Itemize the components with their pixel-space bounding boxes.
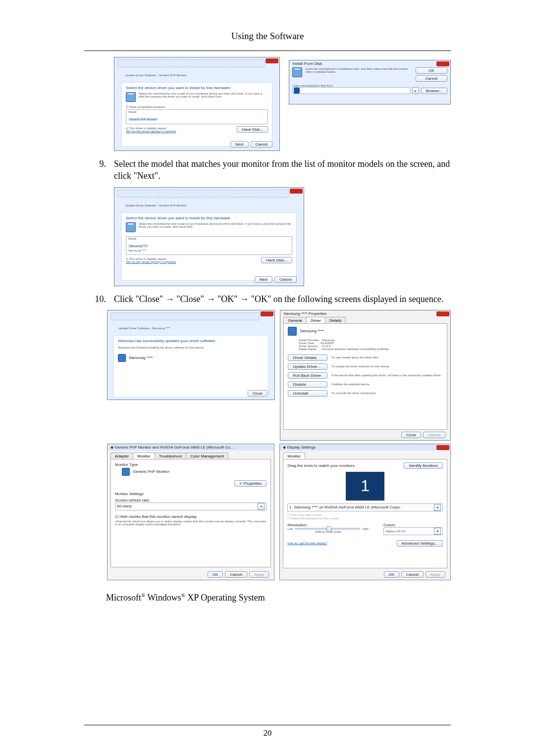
identify-monitors-button[interactable]: Identify Monitors (404, 462, 443, 469)
success-dialog: Update Driver Software - Samsung **** Wi… (107, 310, 275, 400)
tab-monitor[interactable]: Monitor (133, 453, 155, 459)
close-icon[interactable] (436, 311, 449, 316)
cancel-button[interactable]: Cancel (251, 141, 273, 148)
high-label: High (363, 527, 369, 530)
monitor-icon (288, 327, 297, 336)
advanced-settings-button[interactable]: Advanced Settings... (397, 540, 443, 547)
page-number: 20 (264, 728, 272, 738)
tab-adapter[interactable]: Adapter (110, 453, 133, 459)
show-compatible-checkbox-label[interactable]: ☑ Show compatible hardware (126, 105, 165, 108)
monitor-thumbnail[interactable]: 1 (346, 472, 384, 501)
description-text: Select the manufacturer and model of you… (139, 222, 292, 232)
monitor-select-value[interactable]: 1. Samsung **** on NVIDIA GeForce 6600 L… (289, 505, 400, 509)
close-icon[interactable] (436, 61, 449, 66)
model-column-header: Model (128, 237, 290, 240)
value: microsoft windows hardware compatibility… (321, 348, 389, 351)
cancel-button[interactable]: Cancel (274, 276, 297, 283)
subtext: Windows has finished installing the driv… (118, 346, 264, 349)
message: Insert the manufacturer's installation d… (305, 67, 413, 82)
model-row[interactable]: Samsung **** (128, 249, 290, 252)
page-header: Using the Software (84, 31, 451, 42)
close-icon[interactable] (261, 311, 273, 316)
next-button[interactable]: Next (230, 141, 248, 148)
signing-link[interactable]: Tell me why driver signing is important (126, 260, 176, 263)
ok-button[interactable]: OK (416, 67, 447, 74)
best-display-link[interactable]: How do I get the best display? (287, 542, 327, 545)
next-button[interactable]: Next (255, 276, 272, 283)
close-icon[interactable] (266, 58, 278, 63)
cancel-button[interactable]: Cancel (416, 75, 447, 82)
extend-desktop-checkbox: ☐ Extend the desktop onto this monitor (287, 516, 443, 520)
tab-details[interactable]: Details (325, 317, 346, 323)
section-label: Monitor Settings (115, 492, 267, 496)
refresh-rate-value[interactable]: 60 Hertz (117, 504, 132, 508)
have-disk-button[interactable]: Have Disk... (237, 126, 268, 133)
ok-button[interactable]: OK (208, 571, 223, 578)
colors-label: Colors: (383, 523, 443, 527)
step-text: Click "Close" → "Close" → "OK" → "OK" on… (114, 293, 451, 305)
disable-button[interactable]: Disable (288, 381, 327, 388)
footer-rule (84, 725, 451, 725)
device-name: Samsung **** (129, 355, 153, 360)
tab-general[interactable]: General (283, 317, 306, 323)
tab-color-management[interactable]: Color Management (186, 453, 228, 459)
dropdown-button[interactable]: ▾ (434, 528, 441, 535)
dropdown-button[interactable]: ▾ (258, 503, 265, 510)
cancel-button[interactable]: Cancel (401, 571, 424, 578)
browse-button[interactable]: Browse... (421, 88, 447, 94)
main-monitor-checkbox: ☑ This is my main monitor (287, 513, 443, 516)
tab-monitor[interactable]: Monitor (283, 453, 305, 459)
colors-value[interactable]: Highest (32 bit) (385, 530, 406, 533)
model-row[interactable]: Generic PnP Monitor (128, 118, 158, 121)
headline: Windows has successfully updated your dr… (118, 339, 264, 343)
tab-driver[interactable]: Driver (306, 317, 325, 323)
apply-button: Apply (249, 571, 269, 578)
close-icon[interactable] (436, 445, 449, 450)
description: To view details about the driver files. (331, 356, 443, 359)
hide-modes-checkbox[interactable]: ☑ Hide modes that this monitor cannot di… (115, 514, 267, 519)
driver-wizard-dialog: Update Driver Software - Generic PnP Mon… (114, 57, 280, 151)
cancel-button: Cancel (423, 432, 445, 438)
step-number: 9. (84, 158, 114, 182)
headline: Select the device driver you want to ins… (126, 216, 292, 220)
dropdown-button[interactable]: ▾ (412, 87, 419, 94)
rollback-driver-button[interactable]: Roll Back Driver (288, 372, 327, 379)
uninstall-button[interactable]: Uninstall (288, 390, 327, 397)
label: Digital Signer: (299, 348, 317, 351)
model-row[interactable]: Samsung **** (128, 245, 148, 248)
driver-details-button[interactable]: Driver Details (288, 354, 327, 361)
step-number: 10. (84, 293, 114, 305)
headline: Select the device driver you want to ins… (126, 86, 268, 90)
display-settings-dialog: ◆ Display Settings Monitor Drag the icon… (279, 444, 451, 580)
monitor-properties-dialog: ◆ Generic PnP Monitor and NVIDIA GeForce… (107, 444, 274, 580)
windows-icon (294, 88, 300, 94)
device-name: Samsung **** (300, 329, 323, 333)
update-driver-button[interactable]: Update Driver... (288, 363, 327, 370)
driver-properties-dialog: Samsung **** Properties General Driver D… (280, 310, 451, 441)
ok-button[interactable]: OK (384, 571, 400, 578)
tab-troubleshoot[interactable]: Troubleshoot (155, 453, 186, 459)
refresh-rate-label: Screen refresh rate: (115, 498, 267, 503)
signed-text: ✔ This driver is digitally signed. (126, 257, 176, 260)
dialog-title: ◆ Generic PnP Monitor and NVIDIA GeForce… (107, 444, 274, 451)
close-button[interactable]: Close (248, 390, 268, 397)
section-label: Monitor Type (115, 462, 267, 467)
description: To update the driver software for this d… (331, 365, 443, 368)
have-disk-button[interactable]: Have Disk... (261, 257, 292, 263)
model-column-header: Model (128, 110, 266, 113)
signing-link[interactable]: Tell me why driver signing is important (126, 130, 176, 133)
cancel-button[interactable]: Cancel (225, 571, 247, 578)
dialog-title: Install From Disk (289, 60, 450, 66)
close-button[interactable]: Close (401, 432, 421, 438)
breadcrumb: Update Driver Software - Generic PnP Mon… (125, 204, 186, 207)
disk-icon (126, 222, 136, 232)
close-icon[interactable] (290, 189, 303, 194)
resolution-slider[interactable] (295, 528, 360, 530)
disk-icon (126, 92, 136, 102)
step-text: Select the model that matches your monit… (114, 158, 451, 182)
install-from-disk-dialog: Install From Disk Insert the manufacture… (289, 60, 451, 104)
low-label: Low (287, 527, 293, 530)
dropdown-button[interactable]: ▾ (434, 504, 441, 511)
apply-button: Apply (426, 571, 445, 578)
properties-button[interactable]: ✔ Properties (234, 480, 267, 487)
